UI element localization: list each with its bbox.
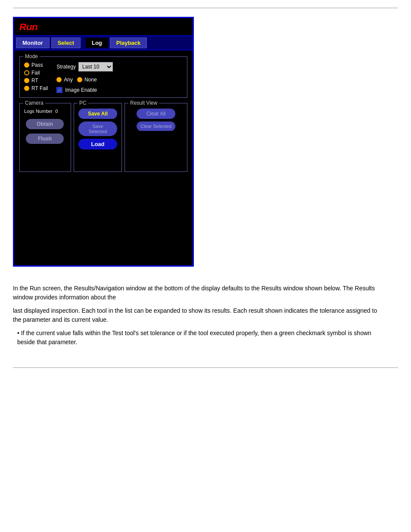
text-content: In the Run screen, the Results/Navigatio…	[13, 284, 383, 351]
load-button[interactable]: Load	[78, 139, 117, 149]
tab-bar: Monitor Select Log Playback	[14, 35, 193, 50]
radio-any[interactable]: Any	[56, 77, 73, 83]
radio-pass-label: Pass	[31, 62, 43, 68]
pc-section: PC Save All Save Selected Load	[74, 103, 122, 172]
save-selected-button[interactable]: Save Selected	[78, 121, 117, 136]
bottom-sections: Camera Logs Number 0 Obtain Flush PC Sav…	[19, 103, 187, 172]
mode-label: Mode	[23, 53, 40, 59]
tab-monitor[interactable]: Monitor	[16, 37, 50, 48]
radio-rt[interactable]: RT	[24, 78, 48, 84]
result-buttons: Clear All Clear Selected	[129, 109, 183, 131]
clear-selected-button[interactable]: Clear Selected	[137, 121, 175, 131]
camera-label: Camera	[23, 100, 45, 106]
radio-rt-label: RT	[31, 78, 38, 84]
run-panel: Run Monitor Select Log Playback Mode	[13, 17, 194, 267]
radio-none-label: None	[84, 77, 97, 83]
radio-dot-none	[77, 77, 82, 82]
radio-fail[interactable]: Fail	[24, 70, 48, 76]
tab-select[interactable]: Select	[51, 37, 81, 48]
save-all-button[interactable]: Save All	[78, 109, 117, 119]
strategy-select[interactable]: Last 10	[78, 62, 113, 72]
logs-number-row: Logs Number 0	[24, 109, 66, 114]
radio-rt-fail-label: RT Fail	[31, 85, 48, 91]
strategy-row: Strategy Last 10	[56, 62, 113, 72]
radio-dot-rt	[24, 78, 29, 83]
radio-rt-fail[interactable]: RT Fail	[24, 85, 48, 91]
radio-any-label: Any	[64, 77, 73, 83]
result-view-label: Result View	[128, 100, 159, 106]
mode-section: Mode Pass Fail	[19, 56, 187, 98]
pc-buttons: Save All Save Selected Load	[78, 109, 117, 149]
text-para-2: last displayed inspection. Each tool in …	[13, 306, 383, 324]
radio-dot-any	[56, 77, 62, 82]
run-title: Run	[14, 18, 193, 35]
radio-dot-rt-fail	[24, 86, 29, 91]
result-view-section: Result View Clear All Clear Selected	[125, 103, 187, 172]
mode-radios-left: Pass Fail RT	[24, 62, 48, 93]
radio-dot-fail	[24, 70, 29, 75]
obtain-button[interactable]: Obtain	[26, 119, 64, 129]
tab-playback[interactable]: Playback	[110, 37, 147, 48]
radio-pass[interactable]: Pass	[24, 62, 48, 68]
text-bullet-1: • If the current value falls within the …	[17, 329, 383, 347]
radio-dot-pass	[24, 62, 29, 68]
strategy-label: Strategy	[56, 64, 76, 70]
mode-content: Pass Fail RT	[24, 62, 183, 93]
bottom-divider	[13, 367, 398, 368]
pc-label: PC	[78, 100, 88, 106]
bullet-text: If the current value falls within the Te…	[17, 330, 371, 345]
mode-right: Strategy Last 10 Any	[56, 62, 113, 93]
text-para-1: In the Run screen, the Results/Navigatio…	[13, 284, 383, 302]
page-wrapper: Run Monitor Select Log Playback Mode	[0, 8, 411, 532]
flush-button[interactable]: Flush	[26, 134, 64, 144]
radio-fail-label: Fail	[31, 70, 40, 76]
logs-number-value: 0	[55, 109, 58, 114]
image-enable-label: Image Enable	[65, 87, 97, 93]
logs-number-label: Logs Number	[24, 109, 53, 114]
camera-section: Camera Logs Number 0 Obtain Flush	[19, 103, 71, 172]
run-inner: Mode Pass Fail	[14, 50, 193, 177]
image-enable-checkbox[interactable]: ✓	[56, 87, 62, 93]
bullet-symbol: •	[17, 330, 21, 336]
tab-log[interactable]: Log	[86, 38, 108, 48]
clear-all-button[interactable]: Clear All	[137, 109, 175, 119]
image-enable-row[interactable]: ✓ Image Enable	[56, 87, 113, 93]
radio-none[interactable]: None	[77, 77, 97, 83]
main-content: Run Monitor Select Log Playback Mode	[0, 8, 411, 360]
